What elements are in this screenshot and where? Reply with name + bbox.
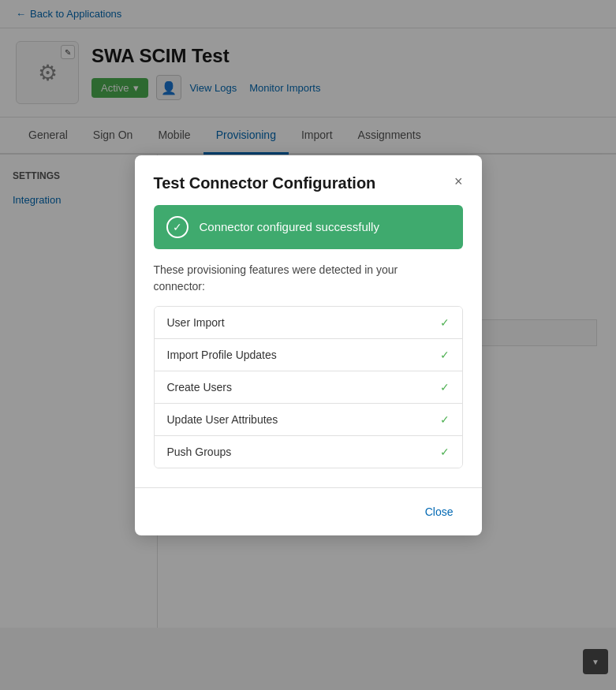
feature-label-push-groups: Push Groups xyxy=(167,446,232,458)
modal-header: Test Connector Configuration × xyxy=(135,155,482,205)
success-check-icon: ✓ xyxy=(166,216,189,238)
close-button[interactable]: Close xyxy=(416,501,463,523)
modal-footer: Close xyxy=(135,487,482,535)
feature-label-user-import: User Import xyxy=(167,316,225,329)
feature-check-user-import: ✓ xyxy=(440,316,450,329)
feature-item-user-import: User Import ✓ xyxy=(155,307,462,339)
feature-item-import-profile-updates: Import Profile Updates ✓ xyxy=(155,339,462,371)
modal-body: ✓ Connector configured successfully Thes… xyxy=(135,205,482,487)
feature-check-import-profile-updates: ✓ xyxy=(440,349,450,361)
modal-title: Test Connector Configuration xyxy=(154,174,376,192)
modal-dialog: Test Connector Configuration × ✓ Connect… xyxy=(135,155,482,535)
feature-check-update-user-attributes: ✓ xyxy=(440,413,450,426)
close-x-icon: × xyxy=(454,173,463,189)
modal-overlay: Test Connector Configuration × ✓ Connect… xyxy=(0,0,616,690)
feature-check-create-users: ✓ xyxy=(440,381,450,393)
modal-close-button[interactable]: × xyxy=(454,174,463,188)
modal-description: These provisioning features were detecte… xyxy=(154,262,463,295)
success-message: Connector configured successfully xyxy=(200,220,379,233)
feature-label-import-profile-updates: Import Profile Updates xyxy=(167,349,277,361)
feature-check-push-groups: ✓ xyxy=(440,446,450,458)
feature-item-update-user-attributes: Update User Attributes ✓ xyxy=(155,404,462,436)
feature-item-create-users: Create Users ✓ xyxy=(155,371,462,404)
success-banner: ✓ Connector configured successfully xyxy=(154,205,463,249)
feature-list: User Import ✓ Import Profile Updates ✓ C… xyxy=(154,306,463,468)
feature-item-push-groups: Push Groups ✓ xyxy=(155,436,462,468)
feature-label-update-user-attributes: Update User Attributes xyxy=(167,413,278,426)
feature-label-create-users: Create Users xyxy=(167,381,232,393)
